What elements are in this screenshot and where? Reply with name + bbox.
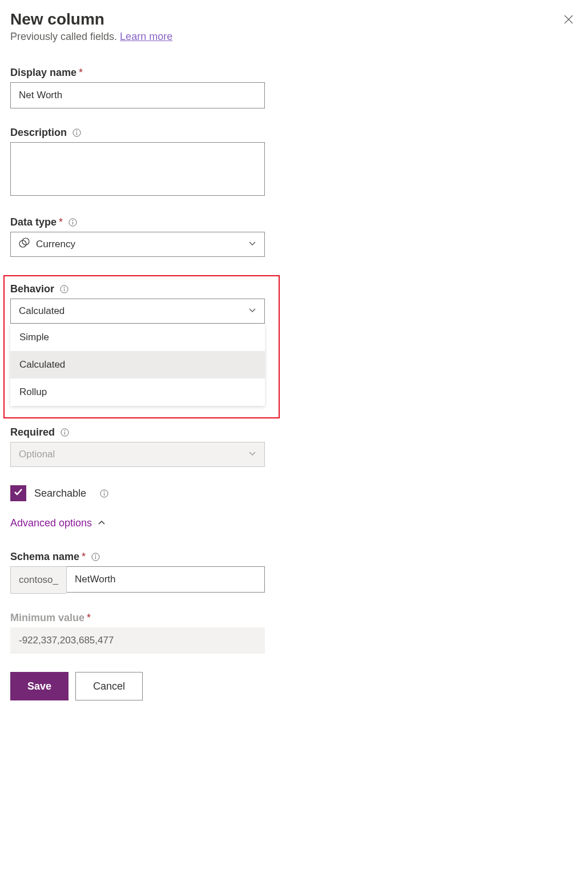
select-left: Currency bbox=[19, 237, 75, 252]
info-icon[interactable] bbox=[69, 218, 77, 227]
chevron-down-icon bbox=[248, 239, 256, 250]
behavior-dropdown: Simple Calculated Rollup bbox=[10, 324, 265, 406]
display-name-label: Display name bbox=[10, 67, 76, 79]
behavior-select[interactable]: Calculated bbox=[10, 299, 265, 324]
field-data-type: Data type * Currency bbox=[10, 216, 265, 257]
schema-prefix: contoso_ bbox=[10, 566, 66, 594]
info-icon[interactable] bbox=[61, 428, 69, 437]
label-row: Display name * bbox=[10, 67, 265, 79]
save-button[interactable]: Save bbox=[10, 672, 69, 700]
chevron-down-icon bbox=[248, 449, 256, 460]
svg-point-7 bbox=[73, 220, 73, 221]
panel-subtitle: Previously called fields. Learn more bbox=[10, 31, 172, 43]
chevron-up-icon bbox=[98, 517, 106, 529]
label-row: Minimum value * bbox=[10, 612, 265, 624]
required-asterisk: * bbox=[79, 67, 83, 79]
info-icon[interactable] bbox=[91, 553, 100, 561]
close-icon bbox=[564, 17, 573, 26]
label-row: Description bbox=[10, 127, 265, 139]
checkmark-icon bbox=[13, 487, 23, 500]
label-row: Behavior bbox=[10, 283, 265, 295]
behavior-label: Behavior bbox=[10, 283, 54, 295]
cancel-button[interactable]: Cancel bbox=[75, 672, 143, 700]
field-schema-name: Schema name * contoso_ bbox=[10, 551, 265, 594]
required-asterisk: * bbox=[87, 612, 91, 624]
display-name-input[interactable] bbox=[10, 82, 265, 108]
data-type-label: Data type bbox=[10, 216, 57, 228]
svg-point-21 bbox=[95, 555, 96, 555]
minimum-value-label: Minimum value bbox=[10, 612, 84, 624]
advanced-options-label: Advanced options bbox=[10, 517, 92, 529]
required-select: Optional bbox=[10, 442, 265, 467]
schema-name-input[interactable] bbox=[66, 566, 265, 593]
data-type-value: Currency bbox=[36, 239, 75, 250]
required-asterisk: * bbox=[59, 216, 63, 228]
panel-title: New column bbox=[10, 10, 172, 29]
button-row: Save Cancel bbox=[10, 672, 265, 700]
schema-name-label: Schema name bbox=[10, 551, 79, 563]
label-row: Data type * bbox=[10, 216, 265, 228]
svg-point-15 bbox=[65, 430, 65, 431]
required-asterisk: * bbox=[82, 551, 86, 563]
svg-point-12 bbox=[64, 287, 65, 288]
minimum-value-input bbox=[10, 627, 265, 654]
behavior-option-rollup[interactable]: Rollup bbox=[10, 378, 265, 406]
info-icon[interactable] bbox=[100, 489, 108, 498]
searchable-checkbox[interactable] bbox=[10, 485, 26, 501]
currency-icon bbox=[19, 237, 30, 252]
required-value: Optional bbox=[19, 449, 55, 460]
field-minimum-value: Minimum value * bbox=[10, 612, 265, 654]
behavior-option-calculated[interactable]: Calculated bbox=[10, 351, 265, 378]
description-input[interactable] bbox=[10, 142, 265, 196]
svg-point-4 bbox=[76, 131, 77, 131]
title-block: New column Previously called fields. Lea… bbox=[10, 10, 172, 43]
behavior-option-simple[interactable]: Simple bbox=[10, 324, 265, 351]
label-row: Schema name * bbox=[10, 551, 265, 563]
chevron-down-icon bbox=[248, 305, 256, 317]
field-description: Description bbox=[10, 127, 265, 198]
field-required: Required Optional bbox=[10, 426, 265, 467]
subtitle-text: Previously called fields. bbox=[10, 31, 117, 42]
info-icon[interactable] bbox=[60, 285, 69, 293]
form-container: Display name * Description Data type * bbox=[10, 67, 265, 700]
close-button[interactable] bbox=[559, 10, 578, 30]
data-type-select[interactable]: Currency bbox=[10, 232, 265, 257]
schema-name-group: contoso_ bbox=[10, 566, 265, 594]
info-icon[interactable] bbox=[73, 128, 81, 137]
description-label: Description bbox=[10, 127, 67, 139]
behavior-highlight: Behavior Calculated Simple Calculated Ro… bbox=[3, 275, 280, 418]
required-label: Required bbox=[10, 426, 55, 438]
advanced-options-toggle[interactable]: Advanced options bbox=[10, 517, 265, 529]
label-row: Required bbox=[10, 426, 265, 438]
searchable-label: Searchable bbox=[34, 488, 86, 500]
panel-header: New column Previously called fields. Lea… bbox=[10, 10, 578, 43]
field-display-name: Display name * bbox=[10, 67, 265, 108]
learn-more-link[interactable]: Learn more bbox=[120, 31, 172, 42]
field-searchable: Searchable bbox=[10, 485, 265, 501]
svg-point-18 bbox=[104, 491, 104, 492]
field-behavior: Behavior Calculated Simple Calculated Ro… bbox=[10, 283, 265, 406]
behavior-value: Calculated bbox=[19, 305, 65, 317]
